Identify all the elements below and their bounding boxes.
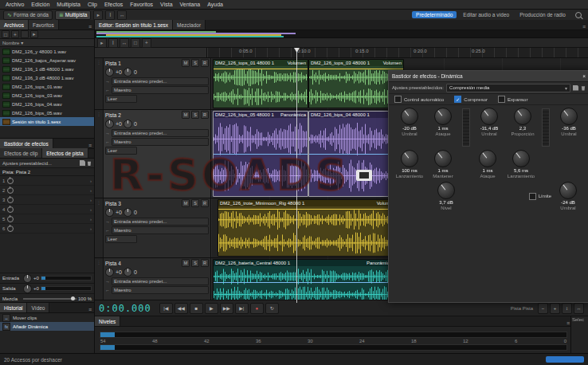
rack-presets-row[interactable]: Ajustes preestablecid... [0, 159, 94, 168]
pan-envelope-line[interactable] [214, 154, 308, 155]
compressor-checkbox[interactable]: ✓Compresor [454, 96, 488, 103]
stop-button[interactable]: ■ [190, 303, 203, 314]
time-display[interactable]: 0:00.000 [99, 303, 151, 314]
track-side-strip[interactable]: ⋮ [95, 110, 104, 198]
zoom-vertical-icon[interactable]: ↕ [562, 303, 572, 314]
pan-knob[interactable] [123, 68, 132, 77]
pan-knob[interactable] [123, 268, 132, 277]
automation-mode-select[interactable]: Leer [105, 95, 137, 103]
volume-envelope-line[interactable] [309, 69, 403, 69]
close-icon[interactable]: × [582, 73, 586, 79]
menu-vista[interactable]: Vista [160, 2, 172, 7]
menu-clip[interactable]: Clip [88, 2, 97, 7]
pan-envelope-line[interactable] [214, 282, 394, 283]
play-preview-icon[interactable]: ▸ [30, 30, 38, 38]
delete-preset-icon[interactable] [581, 85, 586, 91]
rewind-button[interactable]: ◀◀ [174, 303, 188, 314]
track-output-select[interactable]: Maestro [112, 86, 209, 94]
threshold-knob[interactable] [401, 108, 418, 125]
arm-record-button[interactable]: R [201, 259, 209, 267]
track-2-header[interactable]: Pista 2 M S R +0 0 →Entrada estéreo pred… [104, 110, 211, 198]
workspace-default-button[interactable]: Predeterminado [412, 11, 457, 18]
razor-tool-icon[interactable]: I [108, 38, 118, 48]
track-input-select[interactable]: Entrada estéreo predet... [112, 277, 209, 285]
history-item[interactable]: ↔ Mover clips [0, 313, 94, 322]
menu-ayuda[interactable]: Ayuda [207, 2, 223, 7]
razor-tool-icon[interactable]: I [105, 10, 115, 20]
audio-clip[interactable]: DM2_126_batería_Central 48000 1Panorámic… [213, 259, 394, 305]
mute-button[interactable]: M [182, 199, 190, 207]
file-row[interactable]: DM2_126_tops_03.wav [0, 91, 94, 100]
grabber-tool-icon[interactable]: ▸ [97, 38, 107, 48]
zoom-out-icon[interactable]: − [538, 303, 548, 314]
power-icon[interactable] [7, 197, 14, 203]
file-row-selected[interactable]: Sesión sin título 1.sesx [0, 117, 94, 126]
menu-multipista[interactable]: Multipista [57, 2, 80, 7]
move-tool-icon[interactable]: ▸ [93, 10, 103, 20]
expander-checkbox[interactable]: Expansor [498, 96, 527, 103]
tab-archivos[interactable]: Archivos [0, 20, 29, 29]
mute-button[interactable]: M [182, 111, 190, 119]
volume-knob[interactable] [105, 208, 114, 217]
effect-slot[interactable]: 6› [0, 224, 94, 234]
menu-favoritos[interactable]: Favoritos [130, 2, 153, 7]
effect-slot[interactable]: 1› [0, 176, 94, 186]
menu-ventana[interactable]: Ventana [180, 2, 201, 7]
ratio-knob[interactable] [514, 108, 531, 125]
tab-historial[interactable]: Historial [0, 303, 27, 312]
tab-efectos-clip[interactable]: Efectos de clip [0, 148, 42, 158]
power-icon[interactable] [7, 226, 14, 232]
automation-mode-select[interactable]: Leer [105, 147, 137, 155]
panel-menu-icon[interactable]: ≡ [86, 143, 94, 148]
effect-slot[interactable]: 3› [0, 195, 94, 205]
file-row[interactable]: DM2_126_y 48000 1.wav [0, 47, 94, 56]
zoom-in-icon[interactable]: + [550, 303, 560, 314]
play-button[interactable]: ▶ [205, 303, 218, 314]
menu-edicion[interactable]: Edición [31, 2, 49, 7]
skip-end-button[interactable]: ▶| [235, 303, 249, 314]
marquee-tool-icon[interactable]: □ [131, 38, 140, 48]
track-3-header[interactable]: Pista 3 M S R +0 0 →Entrada estéreo pred… [104, 198, 211, 257]
menu-efectos[interactable]: Efectos [104, 2, 123, 7]
files-column-header[interactable]: Nombre ▾ [0, 39, 94, 47]
volume-envelope-line[interactable] [218, 209, 397, 210]
preset-select[interactable]: Compresión media ▾ [446, 84, 570, 92]
skip-start-button[interactable]: |◀ [159, 303, 173, 314]
arm-record-button[interactable]: R [201, 111, 209, 119]
file-row[interactable]: DM2_126_bips_05.wav [0, 108, 94, 117]
panel-menu-icon[interactable]: ≡ [86, 307, 94, 312]
track-input-select[interactable]: Entrada estéreo predet... [112, 218, 209, 226]
track-output-select[interactable]: Maestro [112, 286, 209, 294]
pan-knob[interactable] [123, 208, 132, 217]
tab-niveles[interactable]: Niveles [95, 316, 120, 326]
solo-button[interactable]: S [191, 259, 199, 267]
track-side-strip[interactable]: ⋮ [95, 258, 104, 306]
solo-button[interactable]: S [191, 199, 199, 207]
track-side-strip[interactable]: ⋮ [95, 58, 104, 109]
solo-button[interactable]: S [191, 59, 199, 67]
power-icon[interactable] [7, 216, 14, 222]
audio-clip-selected[interactable]: DM2_126_bips_05 48000 1Panorámica [213, 111, 308, 197]
save-preset-icon[interactable] [573, 85, 578, 91]
tab-efectos-pista[interactable]: Efectos de pista [42, 148, 88, 158]
arm-record-button[interactable]: R [201, 199, 209, 207]
tab-editor-session[interactable]: Editor: Sesión sin título 1.sesx [95, 20, 173, 29]
threshold-knob[interactable] [560, 108, 578, 125]
mix-slider[interactable] [23, 298, 76, 300]
file-row[interactable]: DM2_136_3 dB 48000 1.wav [0, 73, 94, 82]
volume-envelope-line[interactable] [214, 69, 308, 69]
power-icon[interactable] [7, 187, 14, 194]
tab-mezclador[interactable]: Mezclador [173, 20, 206, 29]
workspace-edit-audio-video-button[interactable]: Editar audio a vídeo [459, 11, 513, 18]
add-track-icon[interactable]: + [142, 38, 151, 48]
track-output-select[interactable]: Maestro [112, 138, 209, 146]
output-level-knob[interactable] [437, 182, 455, 199]
volume-knob[interactable] [105, 68, 114, 77]
track-side-strip[interactable]: ⋮ [95, 198, 104, 257]
search-icon[interactable] [575, 12, 582, 18]
slip-tool-icon[interactable]: ↔ [120, 38, 129, 48]
record-button[interactable]: ● [250, 303, 264, 314]
track-1-header[interactable]: Pista 1 M S R +0 0 →Entrada estéreo pred… [104, 58, 211, 109]
solo-button[interactable]: S [191, 111, 199, 119]
new-file-icon[interactable]: + [11, 30, 19, 38]
